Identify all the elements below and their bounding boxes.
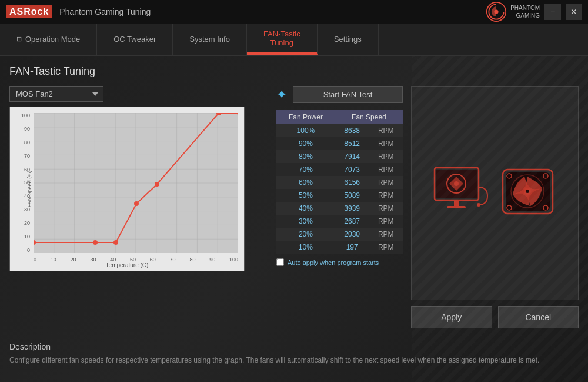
nav-label-system-info: System Info (189, 35, 230, 44)
title-bar-right: PHANTOM GAMING − ✕ (486, 1, 582, 22)
table-cell-unit: RPM (369, 163, 403, 176)
nav-item-fan-tastic[interactable]: FAN-Tastic Tuning (247, 24, 318, 55)
preview-fan-svg (500, 167, 559, 220)
table-cell-speed: 5089 (335, 189, 369, 202)
table-row: 60% 6156 RPM (276, 176, 403, 189)
fan-chart-svg[interactable] (34, 113, 238, 253)
nav-label-settings: Settings (334, 35, 362, 44)
table-cell-speed: 2030 (335, 228, 369, 241)
data-point[interactable] (134, 201, 139, 206)
table-cell-unit: RPM (369, 176, 403, 189)
table-cell-power: 100% (276, 124, 335, 137)
table-section: ✦ Start FAN Test Fan Power Fan Speed 100… (276, 86, 403, 328)
table-row: 80% 7914 RPM (276, 150, 403, 163)
table-cell-power: 80% (276, 150, 335, 163)
data-point[interactable] (155, 182, 159, 187)
table-row: 40% 3939 RPM (276, 202, 403, 215)
table-cell-power: 60% (276, 176, 335, 189)
table-cell-unit: RPM (369, 241, 403, 254)
chart-container: FAN Speed (%) 100 90 80 70 60 50 40 30 2… (9, 107, 245, 271)
table-header-speed: Fan Speed (335, 110, 403, 124)
y-label: 90 (24, 127, 30, 132)
table-cell-unit: RPM (369, 137, 403, 150)
table-cell-unit: RPM (369, 215, 403, 228)
description-title: Description (9, 342, 579, 351)
table-cell-speed: 8512 (335, 137, 369, 150)
preview-monitor-svg (432, 167, 490, 220)
main-content: FAN-Tastic Tuning MOS Fan2 CPU Fan1 CPU … (0, 56, 588, 382)
svg-rect-30 (447, 206, 466, 208)
minimize-button[interactable]: − (544, 4, 561, 20)
auto-apply-checkbox[interactable] (276, 258, 284, 266)
nav-item-settings[interactable]: Settings (318, 24, 379, 55)
navigation: ⊞ Operation Mode OC Tweaker System Info … (0, 24, 588, 56)
content-area: MOS Fan2 CPU Fan1 CPU Fan2 Chassis Fan1 … (9, 86, 579, 328)
table-cell-speed: 2687 (335, 215, 369, 228)
nav-label-operation-mode: Operation Mode (25, 35, 80, 44)
y-label: 100 (21, 113, 30, 118)
table-row: 30% 2687 RPM (276, 215, 403, 228)
app-title: Phantom Gaming Tuning (59, 7, 151, 16)
table-cell-power: 50% (276, 189, 335, 202)
description-section: Description Configure different fan spee… (9, 336, 579, 366)
apply-button[interactable]: Apply (411, 306, 492, 328)
nav-label-fan-tastic: FAN-Tastic Tuning (263, 29, 300, 47)
description-text: Configure different fan speeds for respe… (9, 355, 579, 366)
page-title: FAN-Tastic Tuning (9, 65, 579, 78)
y-label: 20 (24, 221, 30, 226)
table-body: 100% 8638 RPM 90% 8512 RPM 80% 7914 RPM … (276, 124, 403, 254)
cancel-button[interactable]: Cancel (498, 306, 579, 328)
title-bar: ASRock Phantom Gaming Tuning PHANTOM GAM… (0, 0, 588, 24)
y-label: 50 (24, 180, 30, 185)
fan-dropdown[interactable]: MOS Fan2 CPU Fan1 CPU Fan2 Chassis Fan1 … (9, 86, 103, 102)
table-header-power: Fan Power (276, 110, 335, 124)
fan-selector: MOS Fan2 CPU Fan1 CPU Fan2 Chassis Fan1 … (9, 86, 268, 102)
grid-icon: ⊞ (16, 35, 22, 43)
auto-apply-label: Auto apply when program starts (288, 259, 379, 266)
table-cell-speed: 8638 (335, 124, 369, 137)
table-row: 90% 8512 RPM (276, 137, 403, 150)
data-point[interactable] (93, 240, 98, 245)
table-cell-speed: 7073 (335, 163, 369, 176)
table-cell-unit: RPM (369, 202, 403, 215)
auto-apply-row: Auto apply when program starts (276, 258, 403, 266)
nav-item-operation-mode[interactable]: ⊞ Operation Mode (0, 24, 97, 55)
table-cell-power: 10% (276, 241, 335, 254)
fan-spin-icon: ✦ (276, 87, 287, 102)
right-section: Apply Cancel (411, 86, 579, 328)
table-row: 10% 197 RPM (276, 241, 403, 254)
table-cell-power: 70% (276, 163, 335, 176)
table-row: 70% 7073 RPM (276, 163, 403, 176)
table-cell-power: 20% (276, 228, 335, 241)
svg-point-28 (454, 181, 459, 186)
nav-item-system-info[interactable]: System Info (173, 24, 247, 55)
x-axis-title: Temperature (C) (106, 262, 149, 268)
data-point[interactable] (113, 240, 118, 245)
table-cell-power: 90% (276, 137, 335, 150)
table-cell-unit: RPM (369, 189, 403, 202)
table-cell-power: 30% (276, 215, 335, 228)
table-cell-speed: 3939 (335, 202, 369, 215)
y-label: 10 (24, 234, 30, 240)
svg-point-36 (526, 190, 529, 193)
table-cell-unit: RPM (369, 150, 403, 163)
title-bar-left: ASRock Phantom Gaming Tuning (6, 5, 151, 18)
table-cell-speed: 197 (335, 241, 369, 254)
nav-label-oc-tweaker: OC Tweaker (113, 35, 156, 44)
y-labels: 100 90 80 70 60 50 40 30 20 10 0 (10, 113, 32, 253)
y-label: 80 (24, 140, 30, 145)
speed-table: Fan Power Fan Speed 100% 8638 RPM 90% 85… (276, 110, 403, 254)
close-button[interactable]: ✕ (566, 4, 582, 20)
fan-test-bar: ✦ Start FAN Test (276, 86, 403, 103)
nav-item-oc-tweaker[interactable]: OC Tweaker (97, 24, 173, 55)
y-label: 0 (27, 248, 30, 253)
svg-point-31 (477, 203, 480, 207)
table-row: 50% 5089 RPM (276, 189, 403, 202)
table-cell-unit: RPM (369, 124, 403, 137)
table-cell-power: 40% (276, 202, 335, 215)
action-buttons: Apply Cancel (411, 306, 579, 328)
svg-point-1 (495, 9, 499, 14)
chart-section: MOS Fan2 CPU Fan1 CPU Fan2 Chassis Fan1 … (9, 86, 268, 328)
y-label: 30 (24, 207, 30, 212)
start-fan-test-button[interactable]: Start FAN Test (293, 86, 403, 103)
